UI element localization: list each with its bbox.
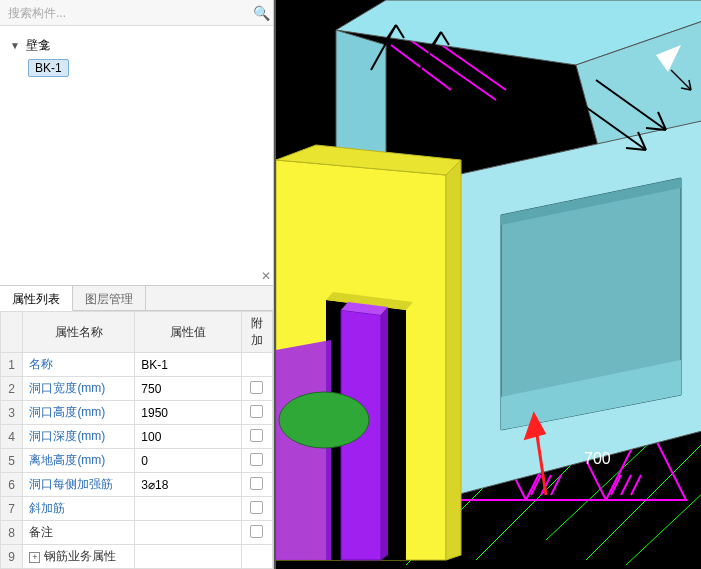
viewport-svg <box>276 0 701 569</box>
left-panel: 🔍 ▼ 壁龛 BK-1 ✕ 属性列表 图层管理 属性名称 属性值 <box>0 0 274 569</box>
prop-extra[interactable] <box>241 377 272 401</box>
prop-name: 洞口深度(mm) <box>29 429 105 443</box>
prop-name: 名称 <box>29 357 53 371</box>
prop-name: 备注 <box>29 525 53 539</box>
chevron-down-icon[interactable]: ▼ <box>10 40 22 51</box>
table-row[interactable]: 7斜加筋 <box>1 497 273 521</box>
prop-value[interactable]: 0 <box>135 449 241 473</box>
prop-value[interactable]: 750 <box>135 377 241 401</box>
row-number: 8 <box>1 521 23 545</box>
svg-point-30 <box>279 392 369 448</box>
tree-item-bk1[interactable]: BK-1 <box>28 59 69 77</box>
svg-line-3 <box>626 490 701 565</box>
tab-layers[interactable]: 图层管理 <box>73 286 146 310</box>
row-number: 3 <box>1 401 23 425</box>
prop-value[interactable]: 1950 <box>135 401 241 425</box>
prop-name: 斜加筋 <box>29 501 65 515</box>
svg-line-10 <box>631 475 641 495</box>
header-name: 属性名称 <box>23 312 135 353</box>
table-row[interactable]: 8备注 <box>1 521 273 545</box>
svg-line-7 <box>551 475 561 495</box>
prop-name: 洞口宽度(mm) <box>29 381 105 395</box>
svg-line-9 <box>621 475 631 495</box>
table-row[interactable]: 3洞口高度(mm)1950 <box>1 401 273 425</box>
header-extra: 附加 <box>241 312 272 353</box>
prop-name: 洞口每侧加强筋 <box>29 477 113 491</box>
prop-name: 洞口高度(mm) <box>29 405 105 419</box>
row-number: 2 <box>1 377 23 401</box>
row-number: 6 <box>1 473 23 497</box>
row-number: 7 <box>1 497 23 521</box>
row-number: 4 <box>1 425 23 449</box>
component-tree: ▼ 壁龛 BK-1 ✕ <box>0 26 273 285</box>
checkbox-icon[interactable] <box>250 405 263 418</box>
header-value: 属性值 <box>135 312 241 353</box>
checkbox-icon[interactable] <box>250 453 263 466</box>
search-row: 🔍 <box>0 0 273 26</box>
dimension-label: 700 <box>584 450 611 468</box>
prop-extra[interactable] <box>241 401 272 425</box>
table-row[interactable]: 1名称BK-1 <box>1 353 273 377</box>
prop-value[interactable] <box>135 521 241 545</box>
prop-name: 钢筋业务属性 <box>44 549 116 563</box>
prop-value[interactable] <box>135 545 241 569</box>
svg-marker-28 <box>381 307 388 560</box>
table-row[interactable]: 5离地高度(mm)0 <box>1 449 273 473</box>
row-number: 5 <box>1 449 23 473</box>
row-number: 9 <box>1 545 23 569</box>
table-row[interactable]: 6洞口每侧加强筋3⌀18 <box>1 473 273 497</box>
table-row[interactable]: 4洞口深度(mm)100 <box>1 425 273 449</box>
search-icon[interactable]: 🔍 <box>249 5 273 21</box>
expand-icon[interactable]: + <box>29 552 40 563</box>
prop-extra[interactable] <box>241 449 272 473</box>
header-rownum <box>1 312 23 353</box>
checkbox-icon[interactable] <box>250 477 263 490</box>
prop-name: 离地高度(mm) <box>29 453 105 467</box>
checkbox-icon[interactable] <box>250 525 263 538</box>
svg-marker-23 <box>446 160 461 560</box>
prop-value[interactable]: 100 <box>135 425 241 449</box>
3d-viewport[interactable]: 700 <box>274 0 701 569</box>
close-icon[interactable]: ✕ <box>261 269 271 283</box>
prop-extra[interactable] <box>241 497 272 521</box>
svg-marker-29 <box>276 340 331 560</box>
prop-value[interactable]: 3⌀18 <box>135 473 241 497</box>
prop-value[interactable] <box>135 497 241 521</box>
prop-extra[interactable] <box>241 545 272 569</box>
tree-root-label: 壁龛 <box>22 36 54 55</box>
tab-bar: 属性列表 图层管理 <box>0 285 273 311</box>
table-row[interactable]: 2洞口宽度(mm)750 <box>1 377 273 401</box>
prop-extra[interactable] <box>241 425 272 449</box>
prop-value[interactable]: BK-1 <box>135 353 241 377</box>
row-number: 1 <box>1 353 23 377</box>
checkbox-icon[interactable] <box>250 501 263 514</box>
prop-extra[interactable] <box>241 353 272 377</box>
table-row[interactable]: 9+钢筋业务属性 <box>1 545 273 569</box>
tree-root[interactable]: ▼ 壁龛 <box>6 34 267 57</box>
property-table: 属性名称 属性值 附加 1名称BK-12洞口宽度(mm)7503洞口高度(mm)… <box>0 311 273 569</box>
prop-extra[interactable] <box>241 521 272 545</box>
property-table-wrap: 属性名称 属性值 附加 1名称BK-12洞口宽度(mm)7503洞口高度(mm)… <box>0 311 273 569</box>
prop-extra[interactable] <box>241 473 272 497</box>
tab-properties[interactable]: 属性列表 <box>0 286 73 311</box>
checkbox-icon[interactable] <box>250 381 263 394</box>
checkbox-icon[interactable] <box>250 429 263 442</box>
search-input[interactable] <box>0 2 249 24</box>
